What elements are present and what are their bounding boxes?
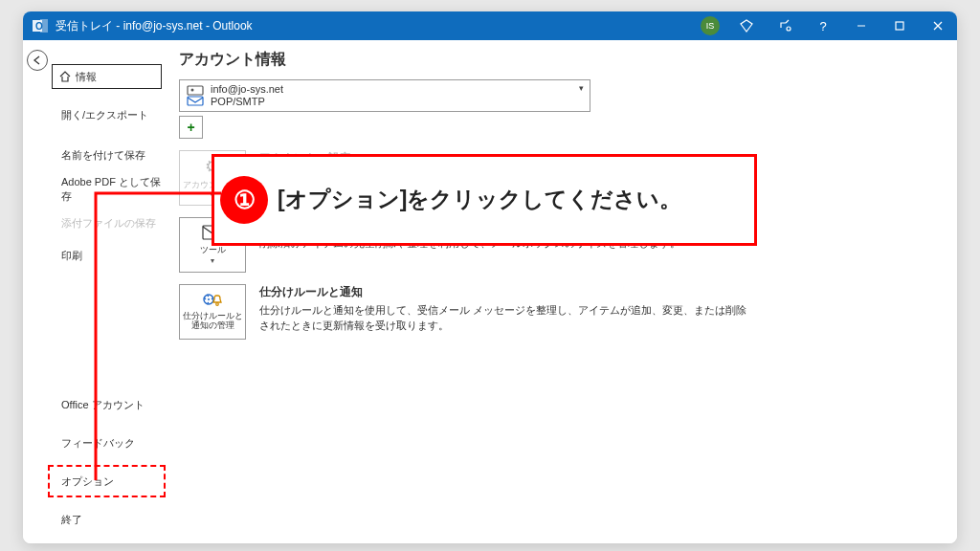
section-title: 仕分けルールと通知	[259, 284, 753, 300]
account-selector[interactable]: info@jo-sys.net POP/SMTP ▾	[179, 79, 590, 112]
sidebar-label: 名前を付けて保存	[61, 148, 145, 162]
titlebar: O 受信トレイ - info@jo-sys.net - Outlook IS ?	[23, 11, 957, 40]
svg-point-14	[216, 303, 219, 306]
sidebar-label: Adobe PDF として保存	[61, 175, 162, 203]
svg-rect-8	[188, 86, 203, 95]
callout-text: [オプション]をクリックしてください。	[278, 185, 681, 214]
home-icon	[58, 70, 72, 83]
minimize-button[interactable]	[842, 11, 880, 40]
sidebar-label: オプション	[61, 474, 114, 489]
sidebar-label: 終了	[61, 513, 82, 527]
account-email: info@jo-sys.net	[211, 83, 283, 96]
titlebar-right: IS ?	[701, 11, 957, 40]
section-rules-alerts: 仕分けルールと通知の管理 仕分けルールと通知 仕分けルールと通知を使用して、受信…	[179, 284, 753, 340]
section-body: 仕分けルールと通知 仕分けルールと通知を使用して、受信メール メッセージを整理し…	[259, 284, 753, 340]
svg-point-13	[208, 298, 210, 300]
backstage-sidebar: 情報 開く/エクスポート 名前を付けて保存 Adobe PDF として保存 添付…	[52, 40, 162, 543]
account-protocol: POP/SMTP	[211, 96, 283, 108]
outlook-app-icon: O	[33, 18, 48, 33]
instruction-callout: ① [オプション]をクリックしてください。	[212, 154, 757, 246]
page-heading: アカウント情報	[179, 50, 940, 70]
sidebar-item-save-as[interactable]: 名前を付けて保存	[52, 148, 162, 162]
content-area: 情報 開く/エクスポート 名前を付けて保存 Adobe PDF として保存 添付…	[23, 40, 957, 543]
sidebar-item-adobe-pdf[interactable]: Adobe PDF として保存	[52, 175, 162, 203]
sidebar-item-print[interactable]: 印刷	[52, 243, 162, 268]
svg-point-3	[787, 27, 791, 31]
sidebar-item-feedback[interactable]: フィードバック	[52, 430, 162, 455]
maximize-button[interactable]	[880, 11, 919, 40]
tile-label: 仕分けルールと通知の管理	[180, 312, 245, 331]
close-button[interactable]	[919, 11, 957, 40]
sidebar-item-office-account[interactable]: Office アカウント	[52, 392, 162, 417]
user-avatar[interactable]: IS	[701, 16, 720, 35]
diamond-icon[interactable]	[727, 11, 766, 40]
sidebar-item-open-export[interactable]: 開く/エクスポート	[52, 102, 162, 127]
back-button[interactable]	[27, 50, 48, 71]
account-text: info@jo-sys.net POP/SMTP	[211, 83, 283, 108]
sidebar-label: 開く/エクスポート	[61, 108, 148, 122]
sidebar-label-info: 情報	[76, 70, 97, 84]
svg-rect-5	[896, 22, 903, 30]
sidebar-item-exit[interactable]: 終了	[52, 507, 162, 532]
callout-number-badge: ①	[220, 176, 268, 224]
svg-rect-10	[188, 97, 203, 105]
sidebar-item-attachment-save: 添付ファイルの保存	[52, 216, 162, 230]
sidebar-label: Office アカウント	[61, 398, 145, 412]
help-icon[interactable]: ?	[804, 11, 842, 40]
sidebar-label: フィードバック	[61, 436, 135, 451]
rules-bell-icon	[202, 293, 223, 310]
chevron-down-icon: ▾	[211, 256, 214, 265]
sidebar-label: 印刷	[61, 249, 82, 263]
svg-point-9	[191, 89, 194, 92]
coming-soon-icon[interactable]	[766, 11, 804, 40]
svg-text:O: O	[35, 21, 43, 32]
sidebar-item-options[interactable]: オプション	[52, 469, 162, 494]
account-icon	[186, 84, 205, 107]
add-account-button[interactable]: +	[179, 116, 203, 139]
outlook-window: O 受信トレイ - info@jo-sys.net - Outlook IS ?	[23, 11, 957, 543]
sidebar-label: 添付ファイルの保存	[61, 216, 156, 230]
window-title: 受信トレイ - info@jo-sys.net - Outlook	[56, 18, 701, 34]
chevron-down-icon: ▾	[579, 83, 584, 93]
main-panel: アカウント情報 info@jo-sys.net POP/SMTP ▾ + ⚙ ア…	[162, 40, 957, 543]
section-desc: 仕分けルールと通知を使用して、受信メール メッセージを整理し、アイテムが追加、変…	[259, 303, 753, 334]
sidebar-item-info[interactable]: 情報	[52, 64, 162, 89]
tile-rules-alerts[interactable]: 仕分けルールと通知の管理	[179, 284, 246, 340]
